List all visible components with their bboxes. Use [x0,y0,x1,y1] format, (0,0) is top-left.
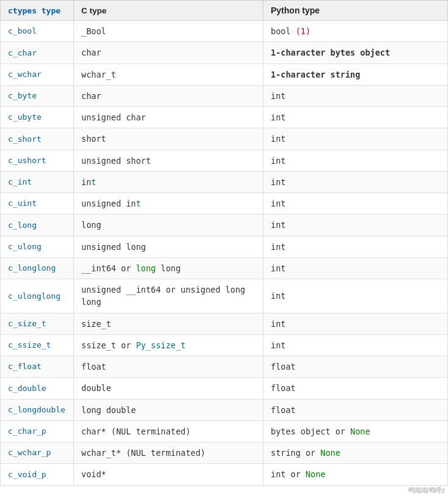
table-row: c_longdoublelong doublefloat [1,399,448,420]
table-row: c_wcharwchar_t1-character string [1,64,448,85]
cell-ctypes: c_ushort [1,150,74,171]
ctypes-table: ctypes type C type Python type c_bool_Bo… [0,0,448,486]
cell-ctypes: c_longdouble [1,399,74,420]
cell-ctype: short [74,128,263,150]
cell-python: 1-character bytes object [263,42,448,64]
cell-python: int [263,193,448,214]
cell-ctype: unsigned char [74,107,263,128]
table-row: c_char_pchar* (NUL terminated)bytes obje… [1,420,448,442]
cell-ctype: float [74,356,263,378]
cell-python: int [263,214,448,236]
table-row: c_void_pvoid*int or None [1,464,448,485]
header-ctypes: ctypes type [1,1,74,21]
cell-python: int [263,128,448,150]
cell-ctypes: c_wchar [1,64,74,85]
cell-python: string or None [263,442,448,464]
table-row: c_bool_Boolbool (1) [1,21,448,42]
cell-python: 1-character string [263,64,448,85]
cell-ctypes: c_uint [1,193,74,214]
cell-ctype: char [74,42,263,64]
header-ctype: C type [74,1,263,21]
cell-ctype: long [74,214,263,236]
table-row: c_ulonglongunsigned __int64 or unsigned … [1,279,448,313]
cell-ctypes: c_longlong [1,257,74,279]
cell-ctypes: c_ubyte [1,107,74,128]
cell-ctype: unsigned long [74,236,263,257]
cell-python: int [263,257,448,279]
cell-ctype: long double [74,399,263,420]
cell-python: int [263,236,448,257]
cell-ctype: double [74,378,263,399]
table-row: c_floatfloatfloat [1,356,448,378]
table-row: c_wchar_pwchar_t* (NUL terminated)string… [1,442,448,464]
cell-ctype: __int64 or long long [74,257,263,279]
cell-ctype: char* (NUL terminated) [74,420,263,442]
cell-ctypes: c_char [1,42,74,64]
cell-python: bytes object or None [263,420,448,442]
table-row: c_ubyteunsigned charint [1,107,448,128]
table-row: c_intintint [1,171,448,192]
cell-python: float [263,378,448,399]
cell-python: int [263,85,448,106]
cell-ctypes: c_byte [1,85,74,106]
cell-ctypes: c_ssize_t [1,334,74,356]
cell-ctype: ssize_t or Py_ssize_t [74,334,263,356]
cell-ctypes: c_void_p [1,464,74,485]
cell-python: float [263,399,448,420]
cell-ctypes: c_float [1,356,74,378]
cell-ctype: _Bool [74,21,263,42]
cell-python: int or None [263,464,448,485]
cell-python: int [263,279,448,313]
table-row: c_uintunsigned intint [1,193,448,214]
table-row: c_charchar1-character bytes object [1,42,448,64]
table-row: c_doubledoublefloat [1,378,448,399]
cell-ctypes: c_double [1,378,74,399]
cell-ctypes: c_long [1,214,74,236]
cell-ctypes: c_wchar_p [1,442,74,464]
cell-ctypes: c_int [1,171,74,192]
table-row: c_longlong__int64 or long longint [1,257,448,279]
cell-python: int [263,150,448,171]
cell-ctype: size_t [74,313,263,334]
cell-python: int [263,171,448,192]
cell-python: float [263,356,448,378]
cell-ctype: char [74,85,263,106]
cell-ctype: unsigned short [74,150,263,171]
table-header-row: ctypes type C type Python type [1,1,448,21]
cell-ctypes: c_ulonglong [1,279,74,313]
cell-python: bool (1) [263,21,448,42]
table-row: c_longlongint [1,214,448,236]
table-row: c_shortshortint [1,128,448,150]
cell-ctypes: c_char_p [1,420,74,442]
cell-ctypes: c_ulong [1,236,74,257]
table-row: c_ulongunsigned longint [1,236,448,257]
cell-ctypes: c_short [1,128,74,150]
header-python: Python type [263,1,448,21]
cell-ctype: void* [74,464,263,485]
cell-python: int [263,107,448,128]
table-row: c_ssize_tssize_t or Py_ssize_tint [1,334,448,356]
cell-python: int [263,313,448,334]
cell-ctype: wchar_t [74,64,263,85]
cell-ctypes: c_size_t [1,313,74,334]
cell-ctypes: c_bool [1,21,74,42]
table-row: c_ushortunsigned shortint [1,150,448,171]
cell-ctype: int [74,171,263,192]
cell-ctype: wchar_t* (NUL terminated) [74,442,263,464]
table-row: c_size_tsize_tint [1,313,448,334]
table-row: c_bytecharint [1,85,448,106]
cell-ctype: unsigned __int64 or unsigned long long [74,279,263,313]
cell-ctype: unsigned int [74,193,263,214]
cell-python: int [263,334,448,356]
